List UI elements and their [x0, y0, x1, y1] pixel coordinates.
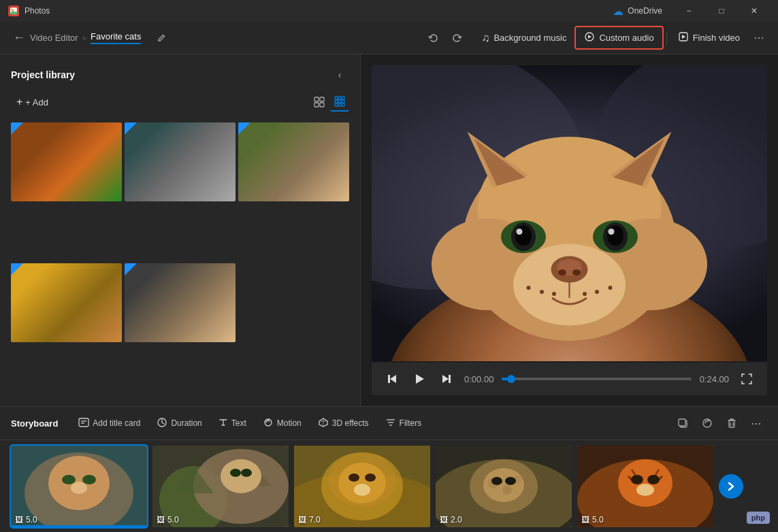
svg-point-100	[483, 468, 524, 502]
library-toolbar: + + Add	[0, 90, 360, 117]
film-image-icon-4: 🖼	[440, 515, 448, 525]
play-button[interactable]	[410, 369, 429, 388]
svg-point-43	[595, 290, 599, 294]
add-media-button[interactable]: + + Add	[11, 93, 54, 111]
svg-point-42	[609, 286, 613, 290]
media-item-4[interactable]	[11, 263, 122, 342]
current-time: 0:00.00	[464, 374, 493, 384]
undo-button[interactable]	[423, 27, 444, 49]
minimize-button[interactable]: −	[673, 0, 704, 22]
project-library-panel: Project library ‹ + + Add	[0, 54, 361, 406]
svg-point-44	[583, 292, 587, 296]
preview-frame	[372, 65, 767, 361]
svg-rect-16	[338, 103, 341, 106]
svg-rect-67	[679, 419, 685, 426]
custom-audio-button[interactable]: Custom audio	[574, 26, 663, 50]
storyboard-title: Storyboard	[11, 418, 58, 429]
film-item-4[interactable]: 🖼 2.0	[436, 446, 572, 527]
title-card-icon	[78, 418, 89, 429]
svg-rect-17	[342, 103, 344, 106]
text-button[interactable]: Text	[212, 414, 253, 433]
svg-rect-69	[729, 420, 734, 427]
corner-mark-2	[125, 122, 137, 135]
film-item-3[interactable]: 🖼 7.0	[294, 446, 430, 527]
svg-point-75	[62, 475, 76, 484]
audio-icon	[584, 31, 595, 44]
grid-large-view-button[interactable]	[310, 93, 329, 112]
collapse-library-button[interactable]: ‹	[330, 65, 349, 84]
effects-icon	[318, 417, 329, 430]
svg-point-83	[221, 459, 261, 493]
speed-button[interactable]	[696, 412, 718, 434]
svg-point-76	[82, 475, 96, 484]
svg-point-90	[328, 452, 396, 507]
media-item-1[interactable]	[11, 122, 122, 201]
svg-point-102	[505, 477, 516, 485]
film-label-2: 🖼 5.0	[157, 515, 179, 525]
3d-effects-button[interactable]: 3D effects	[311, 414, 376, 433]
svg-point-107	[647, 475, 660, 484]
corner-mark-5	[125, 263, 137, 276]
onedrive-label: ☁ OneDrive	[613, 5, 662, 18]
media-item-5[interactable]	[125, 263, 236, 342]
svg-rect-6	[320, 97, 324, 101]
edit-title-button[interactable]	[152, 29, 171, 48]
svg-point-37	[517, 229, 523, 235]
music-icon: ♫	[481, 32, 489, 44]
add-icon: +	[16, 96, 22, 108]
media-item-3[interactable]	[238, 122, 349, 201]
maximize-button[interactable]: □	[706, 0, 737, 22]
finish-video-button[interactable]: Finish video	[670, 27, 748, 48]
breadcrumb-video-editor[interactable]: Video Editor	[30, 33, 78, 43]
library-header: Project library ‹	[0, 54, 360, 90]
svg-rect-5	[314, 97, 319, 101]
svg-point-92	[365, 473, 376, 482]
film-progress-1	[11, 525, 147, 527]
progress-thumb	[507, 375, 515, 383]
background-music-button[interactable]: ♫ Background music	[473, 28, 574, 48]
svg-rect-10	[338, 97, 341, 99]
film-item-5[interactable]: 🖼 5.0	[577, 446, 713, 527]
duration-button[interactable]: Duration	[150, 414, 208, 433]
delete-clip-button[interactable]	[721, 412, 743, 434]
film-image-icon-1: 🖼	[15, 515, 23, 525]
redo-button[interactable]	[446, 27, 468, 49]
svg-rect-13	[338, 100, 341, 103]
video-controls-bar: 0:00.00 0:24.00	[372, 363, 767, 395]
film-item-2[interactable]: 🖼 5.0	[152, 446, 289, 527]
film-item-1[interactable]: 🖼 5.0	[11, 446, 147, 527]
film-label-1: 🖼 5.0	[15, 515, 37, 525]
filters-button[interactable]: Filters	[378, 414, 429, 433]
timeline-scrubber[interactable]	[502, 378, 691, 380]
media-grid	[0, 117, 360, 406]
prev-frame-button[interactable]	[383, 369, 402, 388]
motion-button[interactable]: Motion	[256, 414, 308, 433]
film-label-4: 🖼 2.0	[440, 515, 462, 525]
grid-small-view-button[interactable]	[330, 93, 349, 112]
close-button[interactable]: ✕	[739, 0, 770, 22]
undo-redo-group	[423, 27, 468, 49]
back-button[interactable]: ←	[8, 27, 30, 49]
svg-point-85	[241, 469, 252, 477]
fullscreen-button[interactable]	[737, 369, 756, 388]
media-item-2[interactable]	[125, 122, 236, 201]
corner-mark-4	[11, 263, 23, 276]
svg-point-105	[618, 459, 672, 507]
film-label-5: 🖼 5.0	[581, 515, 604, 525]
motion-icon	[263, 417, 274, 430]
title-bar-right: ☁ OneDrive − □ ✕	[613, 0, 770, 22]
duplicate-clip-button[interactable]	[672, 412, 694, 434]
add-title-card-button[interactable]: Add title card	[71, 414, 147, 433]
library-title: Project library	[11, 69, 75, 80]
more-clip-options-button[interactable]: ···	[745, 412, 767, 434]
filmstrip-next-button[interactable]	[719, 474, 743, 499]
breadcrumb-separator: >	[82, 34, 86, 42]
more-options-button[interactable]: ···	[748, 27, 770, 49]
app-title: Photos	[25, 6, 50, 16]
next-frame-button[interactable]	[437, 369, 456, 388]
svg-point-40	[540, 290, 544, 294]
film-image-icon-3: 🖼	[298, 515, 306, 525]
svg-point-101	[491, 477, 502, 485]
svg-point-93	[354, 484, 370, 496]
svg-rect-15	[335, 103, 338, 106]
